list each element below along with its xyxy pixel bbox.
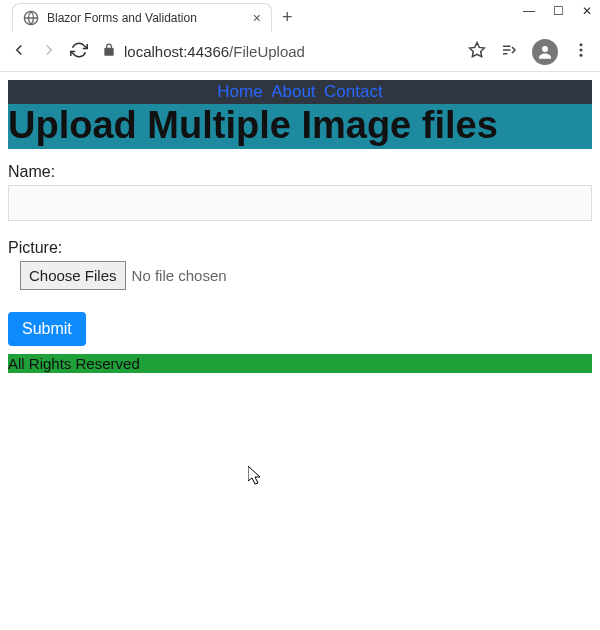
- reload-icon[interactable]: [70, 41, 88, 63]
- lock-icon: [102, 43, 116, 60]
- maximize-icon[interactable]: ☐: [553, 4, 564, 18]
- url-path: /FileUpload: [229, 43, 305, 60]
- svg-point-5: [542, 46, 548, 52]
- svg-marker-1: [470, 42, 485, 56]
- menu-dots-icon[interactable]: [572, 41, 590, 63]
- close-icon[interactable]: ×: [253, 10, 261, 26]
- top-nav: Home About Contact: [8, 80, 592, 104]
- new-tab-button[interactable]: +: [282, 7, 293, 32]
- globe-icon: [23, 10, 39, 26]
- tab-title: Blazor Forms and Validation: [47, 11, 245, 25]
- minimize-icon[interactable]: —: [523, 4, 535, 18]
- profile-avatar-icon[interactable]: [532, 39, 558, 65]
- mouse-cursor-icon: [248, 466, 264, 490]
- browser-toolbar: localhost:44366/FileUpload: [0, 32, 600, 72]
- name-label: Name:: [8, 163, 592, 181]
- svg-point-7: [580, 48, 583, 51]
- address-bar[interactable]: localhost:44366/FileUpload: [102, 43, 454, 60]
- nav-about-link[interactable]: About: [271, 82, 315, 101]
- browser-tab[interactable]: Blazor Forms and Validation ×: [12, 3, 272, 32]
- svg-point-6: [580, 43, 583, 46]
- page-content: Home About Contact Upload Multiple Image…: [0, 72, 600, 381]
- picture-label: Picture:: [8, 239, 592, 257]
- name-input[interactable]: [8, 185, 592, 221]
- submit-button[interactable]: Submit: [8, 312, 86, 346]
- page-title: Upload Multiple Image files: [8, 104, 592, 147]
- url-host: localhost: [124, 43, 183, 60]
- page-footer: All Rights Reserved: [8, 354, 592, 373]
- forward-icon[interactable]: [40, 41, 58, 63]
- star-icon[interactable]: [468, 41, 486, 63]
- back-icon[interactable]: [10, 41, 28, 63]
- svg-point-8: [580, 53, 583, 56]
- close-window-icon[interactable]: ✕: [582, 4, 592, 18]
- browser-titlebar: Blazor Forms and Validation × + — ☐ ✕: [0, 0, 600, 32]
- window-controls: — ☐ ✕: [523, 4, 592, 18]
- file-status-text: No file chosen: [132, 267, 227, 284]
- nav-contact-link[interactable]: Contact: [324, 82, 383, 101]
- reading-list-icon[interactable]: [500, 41, 518, 63]
- url-port: :44366: [183, 43, 229, 60]
- nav-home-link[interactable]: Home: [217, 82, 262, 101]
- page-banner: Upload Multiple Image files: [8, 104, 592, 149]
- upload-form: Name: Picture: Choose Files No file chos…: [8, 149, 592, 352]
- choose-files-button[interactable]: Choose Files: [20, 261, 126, 290]
